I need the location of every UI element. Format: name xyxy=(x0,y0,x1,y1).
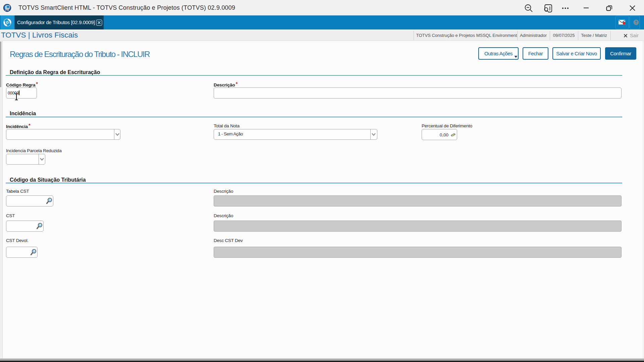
svg-text:?: ? xyxy=(635,20,637,25)
svg-text:HTML: HTML xyxy=(5,9,9,11)
